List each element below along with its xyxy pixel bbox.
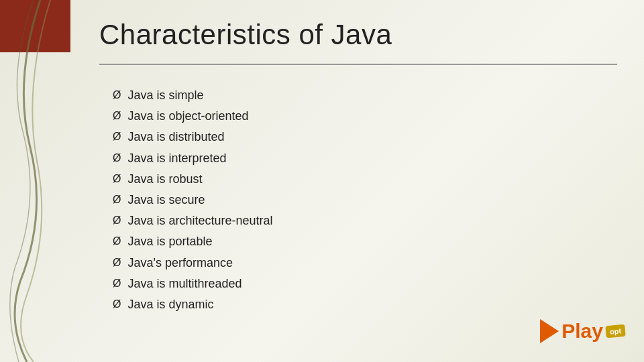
bullet-text: Java is simple	[127, 87, 203, 104]
title-underline	[99, 64, 617, 65]
bullet-arrow-icon: Ø	[113, 171, 121, 187]
svg-rect-0	[0, 0, 70, 52]
bullet-text: Java is multithreaded	[127, 276, 241, 292]
decoration-curves	[0, 0, 87, 362]
bullet-arrow-icon: Ø	[113, 192, 121, 208]
bullet-arrow-icon: Ø	[113, 87, 121, 103]
bullet-text: Java is distributed	[127, 129, 224, 145]
list-item: ØJava is simple	[113, 87, 590, 104]
bullet-list: ØJava is simpleØJava is object-orientedØ…	[113, 87, 590, 313]
list-item: ØJava is architecture-neutral	[113, 213, 590, 229]
play-label[interactable]: Play	[561, 320, 603, 343]
bullet-arrow-icon: Ø	[113, 296, 121, 312]
slide-title: Characteristics of Java	[99, 19, 392, 51]
content-area: ØJava is simpleØJava is object-orientedØ…	[113, 87, 590, 317]
bullet-arrow-icon: Ø	[113, 150, 121, 166]
bullet-arrow-icon: Ø	[113, 233, 121, 249]
bullet-text: Java is robust	[127, 171, 202, 188]
bullet-text: Java is object-oriented	[127, 108, 248, 125]
list-item: ØJava is multithreaded	[113, 276, 590, 292]
bullet-arrow-icon: Ø	[113, 129, 121, 145]
list-item: ØJava is portable	[113, 233, 590, 250]
slide: Characteristics of Java ØJava is simpleØ…	[0, 0, 644, 362]
list-item: ØJava is object-oriented	[113, 108, 590, 125]
list-item: ØJava is secure	[113, 192, 590, 208]
bullet-arrow-icon: Ø	[113, 276, 121, 292]
list-item: ØJava is dynamic	[113, 296, 590, 313]
bullet-arrow-icon: Ø	[113, 108, 121, 124]
bullet-arrow-icon: Ø	[113, 213, 121, 229]
play-badge: opt	[605, 324, 626, 338]
bullet-text: Java is architecture-neutral	[127, 213, 272, 229]
bullet-text: Java's performance	[127, 255, 233, 272]
play-button-area[interactable]: Play opt	[540, 319, 625, 343]
list-item: ØJava's performance	[113, 255, 590, 272]
bullet-text: Java is portable	[127, 233, 212, 250]
list-item: ØJava is robust	[113, 171, 590, 188]
play-triangle-icon	[540, 319, 559, 343]
bullet-text: Java is secure	[127, 192, 205, 208]
list-item: ØJava is interpreted	[113, 150, 590, 167]
list-item: ØJava is distributed	[113, 129, 590, 145]
bullet-arrow-icon: Ø	[113, 255, 121, 271]
bullet-text: Java is interpreted	[127, 150, 226, 167]
bullet-text: Java is dynamic	[127, 296, 213, 313]
